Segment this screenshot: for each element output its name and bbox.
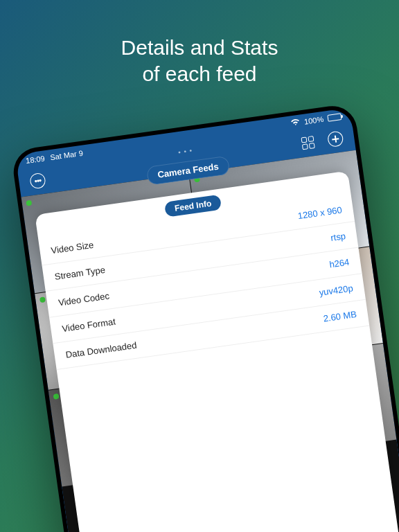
more-menu-button[interactable]: ••• bbox=[28, 170, 48, 190]
info-value: yuv420p bbox=[319, 283, 354, 298]
marketing-title: Details and Stats of each feed bbox=[0, 35, 399, 87]
online-indicator-icon bbox=[39, 296, 46, 303]
marketing-title-line1: Details and Stats bbox=[0, 35, 399, 61]
marketing-title-line2: of each feed bbox=[0, 61, 399, 87]
info-value: rtsp bbox=[330, 231, 346, 243]
info-label: Data Downloaded bbox=[65, 340, 137, 360]
screen: 18:09 Sat Mar 9 100% • • • ••• bbox=[15, 107, 399, 532]
battery-icon bbox=[327, 113, 342, 122]
feed-info-modal: Feed Info Video Size 1280 x 960 Stream T… bbox=[35, 171, 399, 532]
device-frame: 18:09 Sat Mar 9 100% • • • ••• bbox=[10, 103, 399, 532]
info-value: 1280 x 960 bbox=[297, 204, 343, 221]
status-time: 18:09 bbox=[25, 154, 45, 165]
status-date: Sat Mar 9 bbox=[50, 149, 84, 162]
battery-percent: 100% bbox=[303, 115, 324, 126]
info-value: 2.60 MB bbox=[323, 309, 357, 324]
ellipsis-circle-icon: ••• bbox=[29, 172, 46, 190]
grid-icon bbox=[301, 136, 314, 150]
info-value: h264 bbox=[328, 257, 350, 270]
plus-circle-icon bbox=[327, 130, 344, 148]
online-indicator-icon bbox=[26, 200, 32, 206]
info-label: Video Codec bbox=[57, 290, 110, 308]
online-indicator-icon bbox=[53, 393, 60, 400]
feed-info-list: Video Size 1280 x 960 Stream Type rtsp V… bbox=[38, 195, 369, 370]
info-label: Video Size bbox=[51, 240, 94, 256]
info-label: Stream Type bbox=[54, 265, 106, 282]
layout-grid-button[interactable] bbox=[298, 133, 318, 153]
info-label: Video Format bbox=[62, 316, 116, 334]
wifi-icon bbox=[290, 118, 301, 129]
add-feed-button[interactable] bbox=[326, 129, 346, 149]
modal-title: Feed Info bbox=[164, 195, 222, 218]
